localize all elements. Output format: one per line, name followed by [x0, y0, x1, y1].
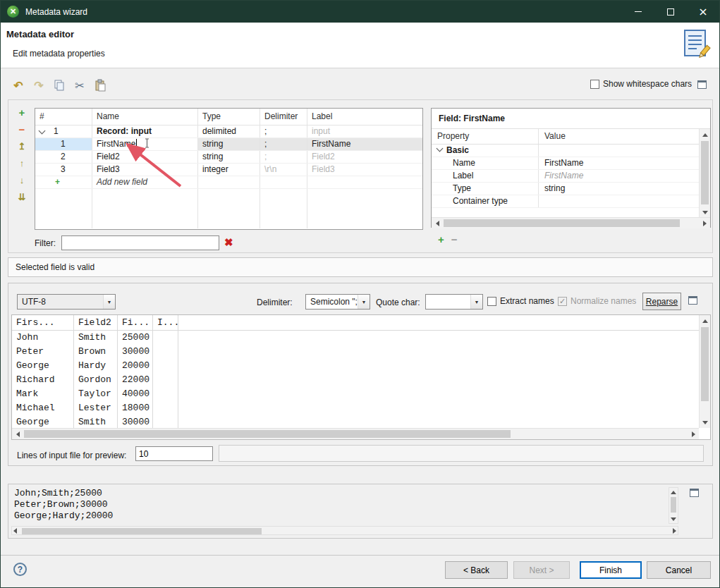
field-type[interactable]: integer	[198, 164, 260, 176]
finish-button[interactable]: Finish	[580, 561, 642, 579]
raw-vscrollbar[interactable]	[669, 487, 678, 524]
col-name[interactable]: Name	[92, 109, 198, 125]
maximize-panel-icon[interactable]	[697, 80, 707, 89]
copy-icon[interactable]	[51, 78, 67, 93]
preview-col[interactable]: Field2	[74, 315, 118, 330]
reparse-button[interactable]: Reparse	[642, 293, 681, 310]
property-group-basic[interactable]: Basic	[432, 145, 699, 157]
property-hscrollbar[interactable]	[432, 217, 710, 228]
col-num[interactable]: #	[35, 109, 92, 125]
maximize-panel-icon[interactable]	[688, 296, 697, 305]
property-value[interactable]: FirstName	[539, 170, 699, 182]
paste-icon[interactable]	[92, 78, 108, 93]
clear-filter-icon[interactable]: ✖	[224, 235, 233, 250]
move-down-icon[interactable]: ↓	[16, 174, 28, 186]
add-property-icon[interactable]: +	[438, 233, 444, 245]
field-delimiter[interactable]: ;	[260, 138, 307, 150]
property-row-name[interactable]: Name FirstName	[432, 157, 699, 170]
scrollbar-thumb[interactable]	[671, 497, 676, 513]
scroll-left-icon[interactable]	[13, 528, 17, 534]
quote-char-select[interactable]: ▼	[425, 294, 483, 310]
field-delimiter[interactable]: ;	[260, 151, 307, 163]
property-row-container-type[interactable]: Container type	[432, 195, 699, 208]
add-field-plus-icon[interactable]: +	[55, 176, 60, 188]
property-row-label[interactable]: Label FirstName	[432, 170, 699, 183]
scroll-down-icon[interactable]	[669, 515, 678, 523]
record-name[interactable]: Record: input	[92, 125, 198, 137]
scroll-right-icon[interactable]	[688, 429, 699, 440]
col-type[interactable]: Type	[198, 109, 260, 125]
maximize-panel-icon[interactable]	[690, 489, 699, 497]
scrollbar-thumb[interactable]	[22, 528, 262, 534]
delimiter-select[interactable]: Semicolon ";" ▼	[305, 294, 370, 310]
col-delimiter[interactable]: Delimiter	[260, 109, 307, 125]
encoding-select[interactable]: UTF-8 ▼	[17, 294, 116, 310]
col-label[interactable]: Label	[307, 109, 422, 125]
scroll-up-icon[interactable]	[700, 315, 711, 326]
field-name[interactable]: Field2	[92, 151, 198, 163]
record-delimiter[interactable]: ;	[260, 125, 307, 137]
scroll-up-icon[interactable]	[669, 488, 678, 496]
scroll-down-icon[interactable]	[700, 417, 711, 428]
property-value[interactable]	[539, 195, 699, 207]
property-value[interactable]: string	[539, 183, 699, 195]
property-row-type[interactable]: Type string	[432, 183, 699, 195]
property-value[interactable]: FirstName	[539, 157, 699, 169]
extract-names-checkbox[interactable]: Extract names	[487, 296, 554, 306]
field-type[interactable]: string	[198, 151, 260, 163]
lines-preview-input[interactable]	[135, 446, 213, 461]
scroll-left-icon[interactable]	[12, 429, 23, 440]
scroll-down-icon[interactable]	[700, 207, 711, 218]
back-button[interactable]: < Back	[445, 561, 508, 579]
preview-vscrollbar[interactable]	[699, 315, 710, 428]
remove-field-icon[interactable]: −	[16, 123, 28, 135]
property-vscrollbar[interactable]	[699, 129, 710, 218]
close-button[interactable]: ×	[687, 1, 719, 23]
field-name-edit-cell[interactable]: FirstName	[92, 138, 198, 150]
field-type[interactable]: string	[198, 138, 260, 150]
field-label[interactable]: Field2	[307, 151, 422, 163]
show-whitespace-checkbox[interactable]: Show whitespace chars	[590, 79, 692, 89]
field-row-firstname[interactable]: 1 FirstName string ; FirstName	[35, 138, 422, 151]
cancel-button[interactable]: Cancel	[647, 561, 711, 579]
checkbox-box[interactable]	[487, 297, 496, 306]
add-new-field-label[interactable]: Add new field	[92, 176, 198, 188]
preview-hscrollbar[interactable]	[12, 428, 699, 439]
record-label[interactable]: input	[307, 125, 422, 137]
checkbox-box[interactable]	[590, 80, 599, 89]
expand-chevron-icon[interactable]	[39, 127, 46, 134]
minimize-button[interactable]	[622, 1, 654, 23]
preview-col[interactable]: Firs...	[12, 315, 74, 330]
raw-hscrollbar[interactable]	[11, 526, 678, 535]
add-field-icon[interactable]: +	[16, 106, 28, 118]
scroll-right-icon[interactable]	[673, 528, 676, 534]
field-row-field2[interactable]: 2 Field2 string ; Field2	[35, 151, 422, 164]
help-icon[interactable]: ?	[13, 563, 27, 576]
col-value[interactable]: Value	[539, 129, 699, 144]
cut-icon[interactable]: ✂	[72, 78, 87, 93]
field-name[interactable]: Field3	[92, 164, 198, 176]
redo-icon[interactable]: ↷	[31, 78, 47, 93]
scroll-up-icon[interactable]	[700, 129, 711, 140]
maximize-button[interactable]	[654, 1, 687, 23]
move-top-icon[interactable]: ↥	[16, 140, 28, 152]
scroll-left-icon[interactable]	[432, 218, 443, 229]
filter-input[interactable]	[61, 235, 219, 250]
scrollbar-thumb[interactable]	[701, 327, 709, 401]
scroll-right-icon[interactable]	[699, 218, 710, 229]
scrollbar-thumb[interactable]	[444, 219, 680, 227]
scrollbar-thumb[interactable]	[24, 430, 511, 438]
preview-col[interactable]: I...	[153, 315, 178, 330]
preview-col[interactable]: Fi...	[118, 315, 153, 330]
field-label[interactable]: Field3	[307, 164, 422, 176]
field-row-field3[interactable]: 3 Field3 integer \r\n Field3	[35, 164, 422, 176]
col-property[interactable]: Property	[432, 129, 539, 144]
record-type[interactable]: delimited	[198, 125, 260, 137]
record-row[interactable]: 1 Record: input delimited ; input	[35, 125, 422, 138]
scrollbar-thumb[interactable]	[701, 141, 709, 204]
collapse-chevron-icon[interactable]	[437, 145, 444, 152]
field-delimiter[interactable]: \r\n	[260, 164, 307, 176]
field-label[interactable]: FirstName	[307, 138, 422, 150]
add-new-field-row[interactable]: + Add new field	[35, 176, 422, 189]
undo-icon[interactable]: ↶	[11, 78, 26, 93]
